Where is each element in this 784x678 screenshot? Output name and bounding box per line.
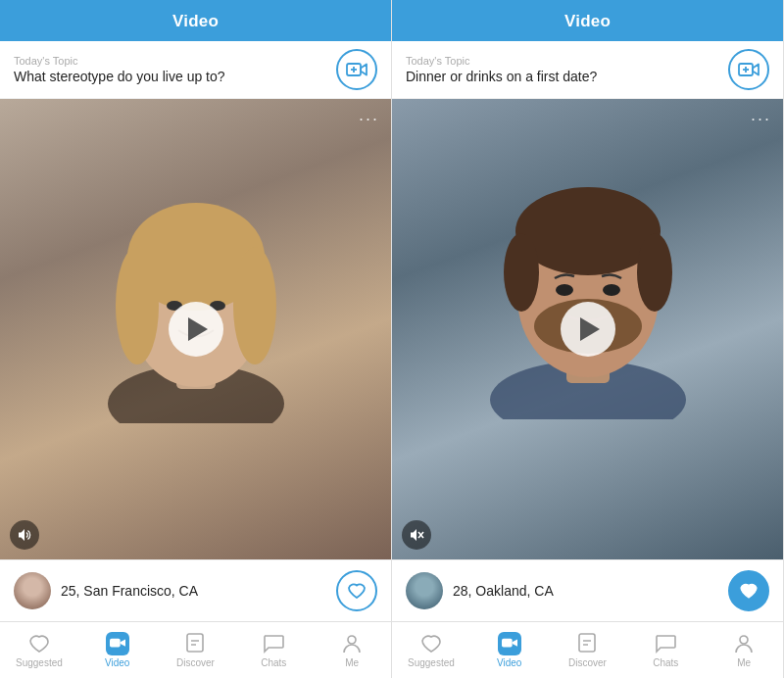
left-audio-on-icon xyxy=(17,527,32,543)
left-nav-discover-label: Discover xyxy=(176,657,215,668)
right-nav-suggested[interactable]: Suggested xyxy=(392,632,470,668)
right-nav-suggested-label: Suggested xyxy=(408,657,455,668)
right-user-age-location: 28, Oakland, CA xyxy=(453,583,554,599)
right-topic-question: Dinner or drinks on a first date? xyxy=(406,69,718,84)
left-more-options[interactable]: ··· xyxy=(359,109,379,129)
svg-rect-29 xyxy=(579,634,595,652)
svg-point-25 xyxy=(603,284,620,296)
left-heart-button[interactable] xyxy=(336,570,377,611)
left-nav-video-label: Video xyxy=(105,657,129,668)
right-me-icon xyxy=(732,632,756,655)
left-video-area: ··· xyxy=(0,99,391,559)
right-topic-label: Today's Topic xyxy=(406,55,718,67)
left-discover-icon xyxy=(183,632,207,655)
right-topic-text-block: Today's Topic Dinner or drinks on a firs… xyxy=(406,55,718,84)
left-user-avatar xyxy=(14,572,51,609)
right-nav-video[interactable]: Video xyxy=(470,632,549,668)
right-discover-icon xyxy=(575,632,599,655)
svg-rect-28 xyxy=(502,639,513,648)
left-nav-chats[interactable]: Chats xyxy=(234,632,313,668)
right-nav-chats[interactable]: Chats xyxy=(626,632,705,668)
right-user-info: 28, Oakland, CA xyxy=(406,572,554,609)
left-face-silhouette xyxy=(98,169,294,423)
right-nav-me[interactable]: Me xyxy=(705,632,783,668)
left-topic-label: Today's Topic xyxy=(14,55,326,67)
svg-rect-12 xyxy=(187,634,203,652)
svg-point-24 xyxy=(556,284,573,296)
left-user-info: 25, San Francisco, CA xyxy=(14,572,198,609)
right-more-options[interactable]: ··· xyxy=(751,109,771,129)
right-audio-indicator[interactable] xyxy=(402,520,431,550)
left-user-bar: 25, San Francisco, CA xyxy=(0,559,391,621)
right-face-silhouette xyxy=(480,145,696,419)
svg-point-21 xyxy=(504,233,539,312)
left-nav-me-label: Me xyxy=(345,657,359,668)
left-video-icon xyxy=(106,632,129,655)
left-panel-content: Today's Topic What stereotype do you liv… xyxy=(0,41,391,678)
left-panel: Video Today's Topic What stereotype do y… xyxy=(0,0,392,678)
left-add-video-button[interactable] xyxy=(336,49,377,90)
left-nav-chats-label: Chats xyxy=(261,657,286,668)
left-play-button[interactable] xyxy=(169,302,223,357)
right-audio-muted-icon xyxy=(409,527,424,543)
right-suggested-icon xyxy=(419,632,443,655)
left-chats-icon xyxy=(262,632,285,655)
right-nav-discover-label: Discover xyxy=(568,657,607,668)
left-topic-bar: Today's Topic What stereotype do you liv… xyxy=(0,41,391,99)
left-bottom-nav: Suggested Video Discover xyxy=(0,621,391,678)
left-user-age-location: 25, San Francisco, CA xyxy=(61,583,198,599)
right-chats-icon xyxy=(654,632,677,655)
right-play-button[interactable] xyxy=(561,302,615,357)
left-avatar-bg xyxy=(14,572,51,609)
right-user-bar: 28, Oakland, CA xyxy=(392,559,783,621)
svg-point-30 xyxy=(740,636,748,644)
svg-point-8 xyxy=(233,247,276,364)
right-panel-header: Video xyxy=(392,0,783,41)
right-bottom-nav: Suggested Video Discover xyxy=(392,621,783,678)
left-heart-icon xyxy=(347,582,367,600)
right-add-video-button[interactable] xyxy=(728,49,769,90)
left-play-triangle-icon xyxy=(188,317,208,341)
svg-rect-11 xyxy=(110,639,121,648)
right-nav-discover[interactable]: Discover xyxy=(549,632,627,668)
left-me-icon xyxy=(340,632,364,655)
left-topic-question: What stereotype do you live up to? xyxy=(14,69,326,84)
left-nav-discover[interactable]: Discover xyxy=(157,632,235,668)
right-nav-chats-label: Chats xyxy=(653,657,678,668)
right-video-area: ··· xyxy=(392,99,783,559)
right-topic-bar: Today's Topic Dinner or drinks on a firs… xyxy=(392,41,783,99)
right-heart-button[interactable] xyxy=(728,570,769,611)
right-video-icon xyxy=(498,632,521,655)
svg-point-22 xyxy=(637,233,672,312)
svg-point-7 xyxy=(116,247,159,364)
left-nav-suggested-label: Suggested xyxy=(16,657,63,668)
left-nav-me[interactable]: Me xyxy=(313,632,391,668)
left-nav-suggested[interactable]: Suggested xyxy=(0,632,78,668)
right-panel: Video Today's Topic Dinner or drinks on … xyxy=(392,0,784,678)
right-panel-content: Today's Topic Dinner or drinks on a firs… xyxy=(392,41,783,678)
right-heart-icon xyxy=(739,582,759,600)
left-suggested-icon xyxy=(27,632,51,655)
left-nav-video[interactable]: Video xyxy=(78,632,157,668)
right-nav-me-label: Me xyxy=(737,657,751,668)
right-nav-video-label: Video xyxy=(497,657,521,668)
svg-point-13 xyxy=(348,636,356,644)
left-panel-header: Video xyxy=(0,0,391,41)
left-topic-text-block: Today's Topic What stereotype do you liv… xyxy=(14,55,326,84)
right-play-triangle-icon xyxy=(580,317,600,341)
left-audio-indicator[interactable] xyxy=(10,520,39,550)
right-avatar-bg xyxy=(406,572,443,609)
right-user-avatar xyxy=(406,572,443,609)
